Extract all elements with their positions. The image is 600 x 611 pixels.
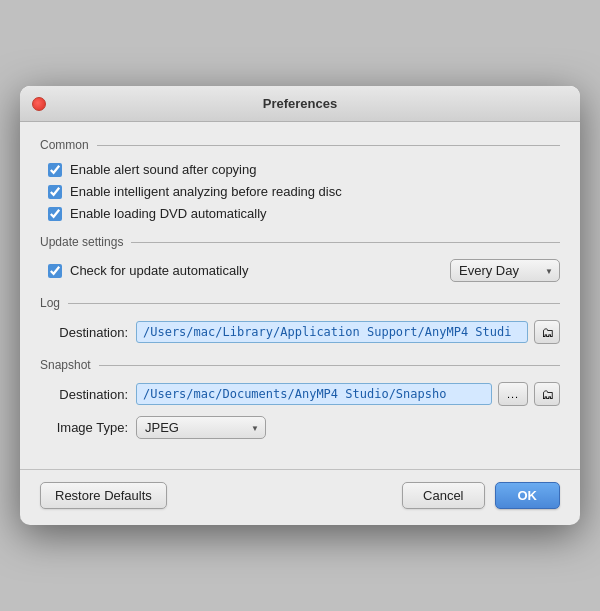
log-destination-row: Destination: /Users/mac/Library/Applicat… [40, 320, 560, 344]
update-section: Update settings Check for update automat… [40, 235, 560, 282]
common-section: Common Enable alert sound after copying … [40, 138, 560, 221]
titlebar: Preferences [20, 86, 580, 122]
snapshot-destination-label: Destination: [48, 387, 128, 402]
update-frequency-wrapper: Every Day Every Week Every Month Never [450, 259, 560, 282]
update-section-line [131, 242, 560, 243]
intelligent-analyzing-checkbox[interactable] [48, 185, 62, 199]
checkbox-row-2: Enable intelligent analyzing before read… [40, 184, 560, 199]
log-section: Log Destination: /Users/mac/Library/Appl… [40, 296, 560, 344]
dots-icon: ... [507, 388, 519, 400]
snapshot-destination-row: Destination: /Users/mac/Documents/AnyMP4… [40, 382, 560, 406]
image-type-label: Image Type: [48, 420, 128, 435]
snapshot-destination-input[interactable]: /Users/mac/Documents/AnyMP4 Studio/Snaps… [136, 383, 492, 405]
log-browse-button[interactable]: 🗂 [534, 320, 560, 344]
update-frequency-dropdown[interactable]: Every Day Every Week Every Month Never [450, 259, 560, 282]
footer-right: Cancel OK [402, 482, 560, 509]
ok-button[interactable]: OK [495, 482, 561, 509]
image-type-wrapper: JPEG PNG BMP [136, 416, 266, 439]
log-section-label: Log [40, 296, 68, 310]
update-section-label: Update settings [40, 235, 131, 249]
common-section-line [97, 145, 560, 146]
alert-sound-label: Enable alert sound after copying [70, 162, 256, 177]
snapshot-section-line [99, 365, 560, 366]
footer: Restore Defaults Cancel OK [20, 469, 580, 525]
cancel-button[interactable]: Cancel [402, 482, 484, 509]
auto-update-checkbox[interactable] [48, 264, 62, 278]
snapshot-folder-icon: 🗂 [541, 387, 554, 402]
snapshot-section-label: Snapshot [40, 358, 99, 372]
intelligent-analyzing-label: Enable intelligent analyzing before read… [70, 184, 342, 199]
log-folder-icon: 🗂 [541, 325, 554, 340]
log-section-line [68, 303, 560, 304]
close-button[interactable] [32, 97, 46, 111]
checkbox-row-1: Enable alert sound after copying [40, 162, 560, 177]
update-frequency-container: Every Day Every Week Every Month Never [450, 259, 560, 282]
log-destination-label: Destination: [48, 325, 128, 340]
image-type-dropdown[interactable]: JPEG PNG BMP [136, 416, 266, 439]
alert-sound-checkbox[interactable] [48, 163, 62, 177]
loading-dvd-checkbox[interactable] [48, 207, 62, 221]
update-section-header: Update settings [40, 235, 560, 249]
snapshot-section: Snapshot Destination: /Users/mac/Documen… [40, 358, 560, 439]
auto-update-label: Check for update automatically [70, 263, 450, 278]
log-section-header: Log [40, 296, 560, 310]
common-section-header: Common [40, 138, 560, 152]
image-type-row: Image Type: JPEG PNG BMP [40, 416, 560, 439]
snapshot-section-header: Snapshot [40, 358, 560, 372]
preferences-window: Preferences Common Enable alert sound af… [20, 86, 580, 525]
restore-defaults-button[interactable]: Restore Defaults [40, 482, 167, 509]
loading-dvd-label: Enable loading DVD automatically [70, 206, 267, 221]
update-row: Check for update automatically Every Day… [40, 259, 560, 282]
common-section-label: Common [40, 138, 97, 152]
snapshot-browse-button[interactable]: 🗂 [534, 382, 560, 406]
checkbox-row-3: Enable loading DVD automatically [40, 206, 560, 221]
window-title: Preferences [263, 96, 337, 111]
snapshot-dots-button[interactable]: ... [498, 382, 528, 406]
content-area: Common Enable alert sound after copying … [20, 122, 580, 469]
log-destination-input[interactable]: /Users/mac/Library/Application Support/A… [136, 321, 528, 343]
